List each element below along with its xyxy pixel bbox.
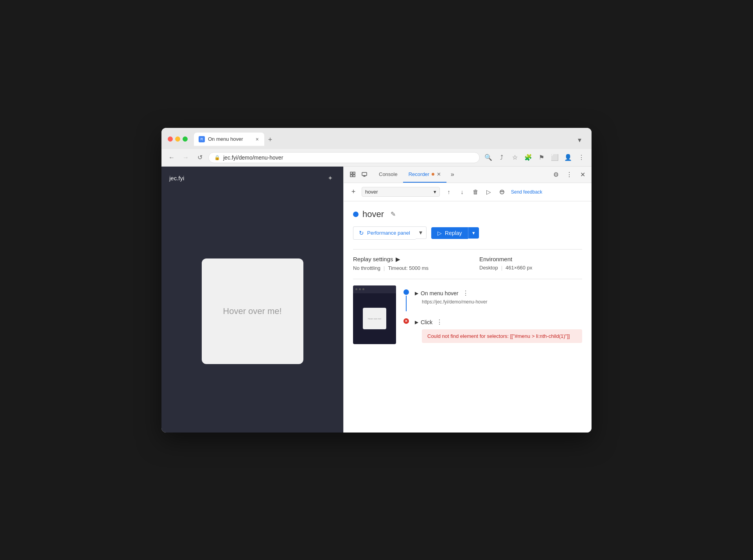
env-type: Desktop (479, 265, 498, 271)
devtools-toolbar: Console Recorder ✕ » ⚙ ⋮ ✕ (344, 167, 592, 183)
flag-button[interactable]: ⚑ (536, 152, 547, 163)
recorder-dot (432, 173, 434, 176)
throttling-value: No throttling (353, 265, 380, 271)
record-button[interactable] (496, 186, 508, 198)
thumb-card-text: Hover over me! (368, 318, 381, 320)
devtools-close-button[interactable]: ✕ (577, 169, 588, 180)
devtools-panel: Console Recorder ✕ » ⚙ ⋮ ✕ (343, 167, 592, 433)
recorder-tab[interactable]: Recorder ✕ (403, 166, 446, 183)
thumb-dot-1 (355, 288, 357, 290)
environment-title: Environment (479, 256, 582, 262)
step-2-title-row: ▶ Click ⋮ (415, 318, 582, 327)
step-2-more-button[interactable]: ⋮ (435, 318, 444, 327)
devtools-settings-button[interactable]: ⚙ (550, 169, 562, 180)
replay-settings-detail: No throttling | Timeout: 5000 ms (353, 265, 456, 271)
replay-label: Replay (445, 230, 462, 236)
download-button[interactable]: ↓ (456, 186, 468, 198)
svg-rect-4 (362, 172, 367, 176)
performance-panel-group: ↻ Performance panel ▾ (353, 226, 427, 240)
performance-panel-button[interactable]: ↻ Performance panel (353, 226, 416, 240)
more-tabs-button[interactable]: » (446, 169, 458, 180)
refresh-icon: ↺ (197, 154, 203, 161)
tab-menu-button[interactable]: ▾ (574, 134, 585, 146)
share-button[interactable]: ⤴ (496, 152, 507, 163)
add-recording-button[interactable]: + (348, 187, 359, 197)
settings-row: Replay settings ▶ No throttling | Timeou… (353, 256, 582, 271)
step-2-info: ▶ Click ⋮ Could not find element for sel… (415, 318, 582, 343)
chevron-right-icon: ▶ (396, 256, 400, 263)
back-icon: ← (169, 154, 175, 161)
recording-selector-value: hover (365, 189, 378, 195)
inspector-icon[interactable] (347, 169, 359, 180)
replay-main-button[interactable]: ▷ Replay (431, 227, 468, 239)
recorder-toolbar: + hover ▾ ↑ ↓ 🗑 ▷ (344, 183, 592, 201)
extension-button[interactable]: 🧩 (523, 152, 534, 163)
upload-button[interactable]: ↑ (443, 186, 455, 198)
forward-button[interactable]: → (180, 152, 191, 163)
svg-rect-0 (350, 172, 352, 174)
refresh-button[interactable]: ↺ (194, 152, 205, 163)
step-item: ✕ ▶ Click ⋮ Could not find element for s… (402, 314, 582, 346)
step-1-expand-icon[interactable]: ▶ (415, 291, 418, 296)
recording-header: hover ✎ (353, 209, 582, 219)
delete-button[interactable]: 🗑 (470, 186, 481, 198)
performance-panel-label: Performance panel (367, 230, 410, 236)
maximize-button[interactable] (183, 136, 188, 142)
address-bar[interactable]: 🔒 jec.fyi/demo/menu-hover (208, 152, 480, 163)
replay-dropdown-button[interactable]: ▾ (468, 227, 479, 239)
send-feedback-link[interactable]: Send feedback (511, 189, 542, 195)
title-bar: R On menu hover × + ▾ (161, 128, 592, 149)
replay-settings-toggle[interactable]: Replay settings ▶ (353, 256, 456, 263)
browser-menu-button[interactable]: ⋮ (576, 152, 587, 163)
steps-thumbnail: Hover over me! (353, 285, 396, 344)
edit-recording-name-button[interactable]: ✎ (388, 209, 398, 219)
environment-col: Environment Desktop | 461×660 px (479, 256, 582, 271)
timeout-value: Timeout: 5000 ms (388, 265, 428, 271)
replay-settings-col: Replay settings ▶ No throttling | Timeou… (353, 256, 456, 271)
profile-button[interactable]: 👤 (563, 152, 574, 163)
step-2-name[interactable]: Click (421, 319, 432, 325)
hover-card-text: Hover over me! (223, 306, 281, 316)
recorder-close-icon[interactable]: ✕ (437, 171, 441, 177)
settings-separator-1: | (384, 265, 385, 271)
environment-label: Environment (479, 256, 512, 262)
perf-refresh-icon: ↻ (359, 230, 364, 237)
svg-rect-2 (350, 175, 352, 177)
step-1-url: https://jec.fyi/demo/menu-hover (422, 299, 582, 305)
preview-settings-icon[interactable]: ✦ (325, 173, 335, 184)
performance-panel-dropdown[interactable]: ▾ (416, 226, 427, 239)
nav-bar: ← → ↺ 🔒 jec.fyi/demo/menu-hover 🔍 ⤴ ☆ 🧩 … (161, 149, 592, 167)
console-tab[interactable]: Console (373, 166, 403, 183)
devtools-tabs: Console Recorder ✕ » (370, 166, 550, 183)
active-tab[interactable]: R On menu hover × (194, 133, 264, 146)
gear-icon: ⚙ (553, 171, 559, 178)
steps-section: Hover over me! (353, 279, 582, 346)
thumb-dot-2 (359, 288, 361, 290)
device-icon[interactable] (359, 169, 370, 180)
close-button[interactable] (168, 136, 173, 142)
pencil-icon: ✎ (391, 210, 396, 218)
devtools-more-button[interactable]: ⋮ (563, 169, 575, 180)
step-2-expand-icon[interactable]: ▶ (415, 319, 418, 325)
tab-close-button[interactable]: × (255, 136, 260, 143)
chevron-down-icon: ▾ (472, 230, 475, 236)
play-button[interactable]: ▷ (483, 186, 495, 198)
search-button[interactable]: 🔍 (483, 152, 494, 163)
new-tab-button[interactable]: + (264, 134, 276, 146)
bookmark-button[interactable]: ☆ (509, 152, 520, 163)
recording-selector[interactable]: hover ▾ (362, 187, 440, 197)
sidebar-button[interactable]: ⬜ (549, 152, 560, 163)
replay-button-group: ▷ Replay ▾ (431, 227, 479, 239)
main-content: jec.fyi ✦ Hover over me! (161, 167, 592, 433)
thumb-header (353, 285, 396, 293)
step-1-name[interactable]: On menu hover (421, 290, 459, 296)
minimize-button[interactable] (175, 136, 180, 142)
recorder-tab-label: Recorder (409, 171, 429, 177)
step-1-more-button[interactable]: ⋮ (461, 289, 470, 298)
search-icon: 🔍 (484, 154, 492, 161)
address-text: jec.fyi/demo/menu-hover (223, 154, 474, 161)
chevron-down-icon: ▾ (419, 229, 422, 236)
tabs-bar: R On menu hover × + ▾ (194, 133, 585, 146)
step-1-info: ▶ On menu hover ⋮ https://jec.fyi/demo/m… (415, 289, 582, 305)
back-button[interactable]: ← (166, 152, 177, 163)
